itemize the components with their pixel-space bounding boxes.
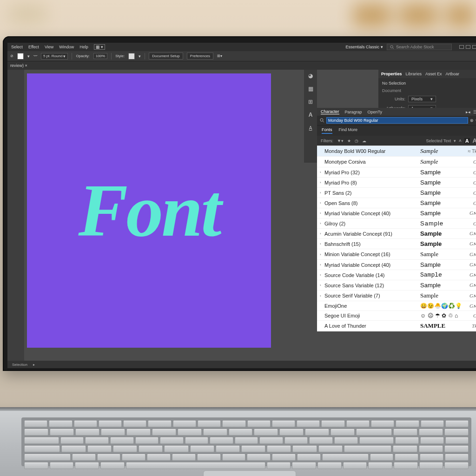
chevron-down-icon[interactable] xyxy=(139,54,141,59)
status-bar: Selection ▸ xyxy=(7,361,476,368)
type-panel-icon[interactable]: A xyxy=(306,111,315,119)
document-setup-button[interactable]: Document Setup xyxy=(149,53,183,60)
selected-text-dropdown[interactable]: Selected Text xyxy=(426,139,451,143)
font-row[interactable]: ›Open Sans (8)SampleO xyxy=(317,198,476,208)
font-row[interactable]: A Love of ThunderSAMPLETk xyxy=(317,321,476,331)
fill-swatch[interactable] xyxy=(17,53,24,60)
font-row[interactable]: Segoe UI Emoji☺ ☹ ☂ ✿ ♲ ⌂O xyxy=(317,311,476,321)
brushes-panel-icon[interactable]: ⊞ xyxy=(306,98,315,106)
tab-asset-export[interactable]: Asset Ex xyxy=(425,72,442,76)
tab-opentype[interactable]: OpenTy xyxy=(368,110,383,114)
font-row[interactable]: ›Myriad Pro (32)SampleO xyxy=(317,167,476,178)
units-label: Units: xyxy=(382,97,405,101)
font-row[interactable]: ›Myriad Variable Concept (40)SampleGᴍ xyxy=(317,208,476,218)
font-row[interactable]: ›Bahnschrift (15)SampleGᴍ xyxy=(317,239,476,249)
chevron-down-icon[interactable] xyxy=(454,139,456,143)
paragraph-panel-icon[interactable]: A xyxy=(306,124,315,132)
sample-size-small[interactable]: A xyxy=(459,139,461,143)
font-row[interactable]: ›Myriad Variable Concept (40)SampleGᴍ xyxy=(317,260,476,270)
expand-arrow-icon[interactable]: › xyxy=(320,263,324,267)
sample-size-large[interactable]: A xyxy=(473,137,476,144)
font-row[interactable]: ›Source Sans Variable (12)SampleGᴍ xyxy=(317,280,476,291)
subtab-find-more[interactable]: Find More xyxy=(339,127,358,134)
font-row[interactable]: ›Source Serif Variable (7)SampleGᴍ xyxy=(317,291,476,301)
clear-icon[interactable]: ⊗ xyxy=(470,118,474,123)
search-stock-input[interactable]: Search Adobe Stock xyxy=(387,44,452,50)
menu-item[interactable]: Select xyxy=(11,45,23,49)
activated-filter-icon[interactable]: ☁ xyxy=(362,139,366,143)
expand-arrow-icon[interactable]: › xyxy=(320,252,324,257)
font-row[interactable]: EmojiOne😀😉🐣🌍♻️💡Gᴍ xyxy=(317,301,476,311)
laptop-deck xyxy=(0,407,476,476)
font-row[interactable]: ›Source Code Variable (14)SampleGᴍ xyxy=(317,270,476,280)
menu-item[interactable]: Help xyxy=(79,45,88,49)
align-icon[interactable]: ⊞▾ xyxy=(217,54,222,58)
tab-paragraph[interactable]: Paragrap xyxy=(345,110,362,114)
close-icon[interactable]: × xyxy=(25,63,27,68)
subtab-fonts[interactable]: Fonts xyxy=(322,127,332,134)
units-dropdown[interactable]: Pixels xyxy=(408,96,436,102)
stroke-dropdown[interactable]: 5 pt. Round xyxy=(41,53,68,60)
expand-arrow-icon[interactable]: › xyxy=(320,231,324,236)
font-sample: Sample xyxy=(420,189,462,196)
font-row[interactable]: Monday Bold W00 RegularSample≈ Tk xyxy=(317,146,476,157)
filter-funnel-icon[interactable]: ▼▾ xyxy=(337,139,344,143)
document-section-label: Document xyxy=(382,88,476,93)
font-row[interactable]: ›Acumin Variable Concept (91)SampleGᴍ xyxy=(317,229,476,239)
style-swatch[interactable] xyxy=(128,53,135,60)
sample-size-medium[interactable]: A xyxy=(464,138,470,144)
arrange-icon[interactable]: ▦ ▾ xyxy=(94,44,106,50)
canvas-area[interactable]: Font xyxy=(27,73,271,348)
expand-arrow-icon[interactable]: › xyxy=(320,283,324,287)
font-sample: Sample xyxy=(420,199,462,206)
recent-filter-icon[interactable]: ◷ xyxy=(355,139,358,143)
expand-arrow-icon[interactable]: › xyxy=(320,273,324,277)
tab-artboards[interactable]: Artboar xyxy=(446,72,460,76)
font-row[interactable]: Monotype CorsivaSampleO xyxy=(317,157,476,167)
color-panel-icon[interactable]: ◕ xyxy=(306,72,315,80)
font-sample: Sample xyxy=(420,271,462,278)
expand-arrow-icon[interactable]: › xyxy=(320,294,324,298)
font-type-icon: O xyxy=(462,190,476,196)
font-search-input[interactable] xyxy=(326,117,468,124)
expand-arrow-icon[interactable]: › xyxy=(320,211,324,215)
chevron-down-icon[interactable] xyxy=(27,54,30,59)
font-name: Acumin Variable Concept (91) xyxy=(324,231,420,237)
opacity-dropdown[interactable]: 100% xyxy=(93,53,107,59)
font-sample: Sample xyxy=(420,230,462,237)
document-tab[interactable]: review) × xyxy=(7,61,476,70)
window-controls[interactable] xyxy=(459,45,476,49)
font-name: Minion Variable Concept (16) xyxy=(324,251,420,257)
font-row[interactable]: ›Gilroy (2)SampleO xyxy=(317,218,476,229)
font-row[interactable]: ›PT Sans (2)SampleO xyxy=(317,188,476,198)
expand-arrow-icon[interactable]: › xyxy=(320,170,324,174)
collapse-icon[interactable]: ▸◂ xyxy=(466,110,470,114)
menu-item[interactable]: Effect xyxy=(28,45,39,49)
font-name: EmojiOne xyxy=(324,303,420,309)
close-icon[interactable]: ☰ xyxy=(473,110,476,114)
expand-arrow-icon[interactable]: › xyxy=(320,242,324,246)
font-row[interactable]: ›Myriad Pro (8)SampleO xyxy=(317,178,476,188)
menu-item[interactable]: Window xyxy=(59,45,74,49)
tab-character[interactable]: Character xyxy=(321,109,339,114)
favorite-filter-icon[interactable]: ★ xyxy=(347,139,351,143)
expand-arrow-icon[interactable]: › xyxy=(320,221,324,225)
expand-arrow-icon[interactable]: › xyxy=(320,180,324,185)
tab-properties[interactable]: Properties xyxy=(381,72,402,76)
font-list[interactable]: Monday Bold W00 RegularSample≈ TkMonotyp… xyxy=(317,145,476,331)
preferences-button[interactable]: Preferences xyxy=(187,53,213,60)
menu-item[interactable]: View xyxy=(45,45,53,49)
expand-arrow-icon[interactable]: › xyxy=(320,191,324,195)
font-name: Source Code Variable (14) xyxy=(324,272,420,278)
font-row[interactable]: ›Minion Variable Concept (16)SampleGᴍ xyxy=(317,249,476,260)
font-name: Monotype Corsiva xyxy=(324,159,420,165)
scroll-arrow-icon[interactable]: ▸ xyxy=(33,363,35,367)
tab-libraries[interactable]: Libraries xyxy=(406,72,422,76)
expand-arrow-icon[interactable]: › xyxy=(320,201,324,205)
artboard[interactable]: Font xyxy=(27,73,271,348)
swatches-panel-icon[interactable]: ▦ xyxy=(306,85,315,93)
properties-tabs: Properties Libraries Asset Ex Artboar xyxy=(378,70,476,78)
font-sample: Sample xyxy=(420,210,462,217)
keyboard xyxy=(21,417,471,466)
workspace-dropdown[interactable]: Essentials Classic xyxy=(345,45,383,49)
